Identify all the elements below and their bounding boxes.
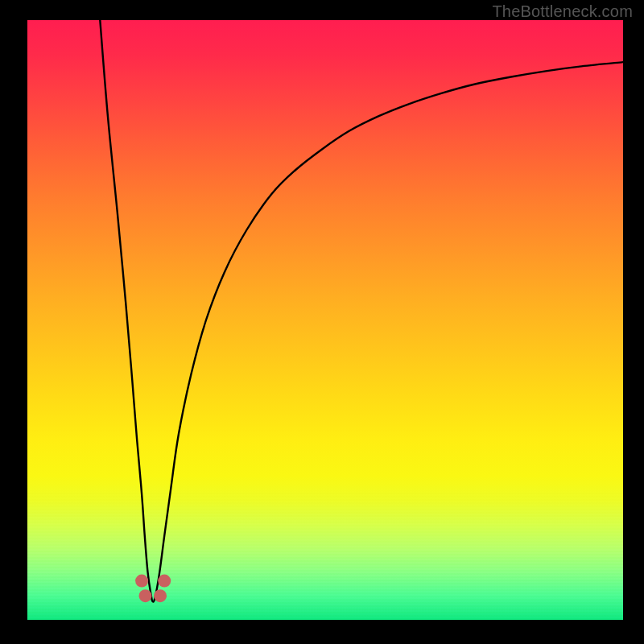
- curve-marker: [154, 589, 167, 602]
- curve-marker: [139, 589, 152, 602]
- bottleneck-curve: [100, 20, 623, 602]
- curve-markers-group: [135, 575, 171, 603]
- curve-marker: [158, 575, 171, 588]
- outer-black-frame: TheBottleneck.com: [0, 0, 644, 644]
- plot-area: [27, 20, 623, 620]
- curve-marker: [135, 575, 148, 588]
- watermark-text: TheBottleneck.com: [492, 2, 633, 21]
- curve-svg: [27, 20, 623, 620]
